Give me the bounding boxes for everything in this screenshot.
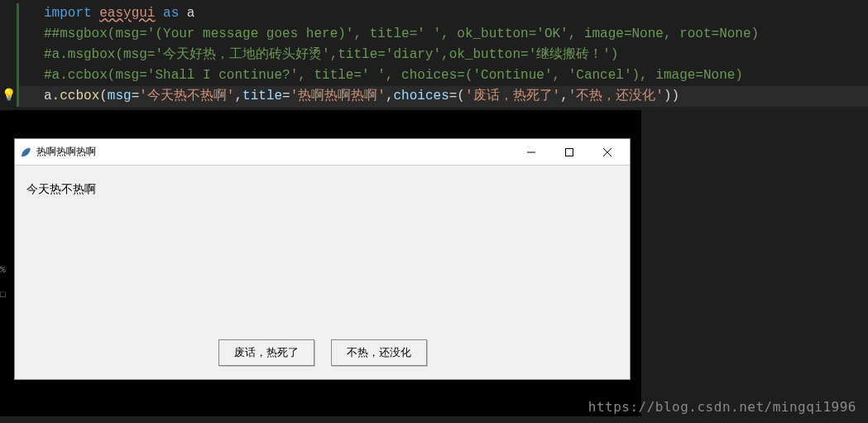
dialog-button-row: 废话，热死了 不热，还没化 — [15, 339, 630, 379]
keyword-as: as — [163, 6, 179, 21]
feather-icon — [18, 146, 31, 159]
dialog-title: 热啊热啊热啊 — [36, 145, 512, 159]
gutter: 💡 — [0, 0, 17, 110]
left-strip: % □ — [0, 265, 12, 315]
code-line-4[interactable]: #a.ccbox(msg='Shall I continue?', title=… — [17, 65, 868, 86]
code-line-1[interactable]: import easygui as a — [17, 3, 868, 24]
comment: #a.msgbox(msg='今天好热，工地的砖头好烫',title='diar… — [44, 47, 618, 62]
function-name: ccbox — [60, 89, 99, 103]
dialog-message: 今天热不热啊 — [15, 166, 630, 339]
code-editor: 💡 import easygui as a ##msgbox(msg='(You… — [0, 0, 868, 110]
choice-button-1[interactable]: 废话，热死了 — [218, 339, 314, 366]
alias: a — [187, 6, 195, 21]
watermark: https://blog.csdn.net/mingqi1996 — [588, 399, 856, 415]
lightbulb-icon[interactable]: 💡 — [2, 88, 16, 102]
maximize-button[interactable] — [550, 140, 588, 165]
svg-rect-1 — [566, 148, 573, 156]
code-line-2[interactable]: ##msgbox(msg='(Your message goes here)',… — [17, 24, 868, 45]
dialog-titlebar[interactable]: 热啊热啊热啊 — [15, 139, 630, 166]
comment: #a.ccbox(msg='Shall I continue?', title=… — [44, 68, 743, 83]
module-name: easygui — [99, 6, 155, 21]
percent-indicator: % — [0, 265, 12, 275]
code-line-3[interactable]: #a.msgbox(msg='今天好热，工地的砖头好烫',title='diar… — [17, 45, 868, 65]
comment: ##msgbox(msg='(Your message goes here)',… — [44, 26, 759, 41]
choice-button-2[interactable]: 不热，还没化 — [331, 339, 427, 366]
window-controls — [512, 140, 626, 165]
box-indicator: □ — [0, 290, 12, 300]
keyword-import: import — [44, 6, 92, 21]
ccbox-dialog: 热啊热啊热啊 今天热不热啊 废话，热死了 不热，还没化 — [14, 138, 631, 380]
code-line-5[interactable]: a.ccbox(msg='今天热不热啊',title='热啊热啊热啊',choi… — [17, 86, 868, 107]
close-button[interactable] — [588, 140, 626, 165]
minimize-button[interactable] — [512, 140, 550, 165]
